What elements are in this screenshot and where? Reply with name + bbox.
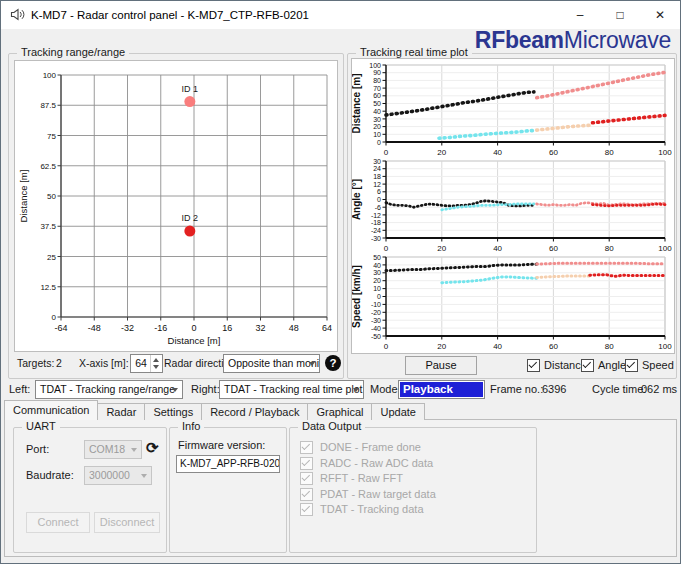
svg-text:37.5: 37.5	[40, 222, 56, 231]
tab-settings[interactable]: Settings	[144, 403, 202, 420]
connect-button: Connect	[26, 512, 90, 533]
maximize-button[interactable]: □	[600, 1, 640, 29]
tab-radar[interactable]: Radar	[97, 403, 145, 420]
svg-text:6: 6	[377, 188, 381, 195]
x-axis-spinner[interactable]: 64	[130, 354, 163, 373]
minimize-button[interactable]: –	[560, 1, 600, 29]
tracking-range-chart: -64-48-32-16016324864012.52537.55062.575…	[14, 60, 338, 352]
svg-text:10: 10	[373, 285, 381, 292]
left-plot-label: Left:	[9, 380, 30, 399]
svg-text:32: 32	[255, 323, 265, 333]
svg-text:-18: -18	[371, 219, 381, 226]
svg-text:30: 30	[373, 158, 381, 165]
svg-text:-30: -30	[371, 317, 381, 324]
titlebar: K-MD7 - Radar control panel - K-MD7_CTP-…	[1, 1, 680, 29]
spinner-down-icon[interactable]	[153, 365, 159, 369]
svg-text:20: 20	[437, 244, 446, 251]
svg-text:48: 48	[289, 323, 299, 333]
right-plot-dropdown-value: TDAT - Tracking real time plot	[224, 383, 362, 395]
left-plot-dropdown-value: TDAT - Tracking range/range	[40, 383, 175, 395]
help-icon[interactable]: ?	[325, 355, 341, 371]
svg-text:62.5: 62.5	[40, 162, 56, 171]
window-title: K-MD7 - Radar control panel - K-MD7_CTP-…	[31, 1, 309, 29]
frame-no-value: 6396	[542, 380, 566, 399]
baudrate-dropdown-value: 3000000	[89, 469, 130, 481]
firmware-version-field[interactable]: K-MD7_APP-RFB-0201	[176, 455, 280, 473]
svg-text:20: 20	[373, 123, 381, 130]
pause-button[interactable]: Pause	[405, 356, 477, 375]
svg-text:100: 100	[658, 244, 672, 251]
targets-label: Targets:	[17, 354, 54, 373]
svg-text:Distance [m]: Distance [m]	[352, 73, 362, 133]
svg-text:50: 50	[373, 100, 381, 107]
svg-text:-10: -10	[371, 301, 381, 308]
chevron-down-icon	[309, 362, 315, 366]
chevron-down-icon	[141, 474, 147, 478]
speed-checkbox[interactable]	[625, 359, 638, 372]
pdat-checkbox	[300, 488, 313, 501]
left-plot-dropdown[interactable]: TDAT - Tracking range/range	[35, 380, 183, 399]
close-button[interactable]: ✕	[640, 1, 680, 29]
svg-text:60: 60	[549, 148, 558, 155]
svg-text:80: 80	[605, 342, 614, 349]
svg-text:40: 40	[373, 108, 381, 115]
distance-checkbox[interactable]	[527, 359, 540, 372]
port-label: Port:	[26, 440, 49, 459]
svg-text:-32: -32	[121, 323, 134, 333]
x-axis-spinner-value: 64	[131, 355, 151, 372]
tab-update[interactable]: Update	[371, 403, 424, 420]
spinner-arrows[interactable]	[150, 355, 162, 372]
tab-record-playback[interactable]: Record / Playback	[201, 403, 308, 420]
svg-text:-50: -50	[371, 333, 381, 340]
svg-text:40: 40	[373, 262, 381, 269]
svg-text:30: 30	[373, 116, 381, 123]
angle-checkbox[interactable]	[581, 359, 594, 372]
svg-text:0: 0	[191, 323, 196, 333]
radar-direction-dropdown[interactable]: Opposite than monito	[223, 354, 320, 373]
svg-text:0: 0	[377, 196, 381, 203]
data-output-group: Data Output DONE - Frame done RADC - Raw…	[289, 427, 537, 553]
svg-text:ID 2: ID 2	[182, 213, 199, 223]
svg-text:60: 60	[373, 92, 381, 99]
svg-text:0: 0	[384, 342, 389, 349]
real-time-plot-group: Tracking real time plot 0204060801000102…	[347, 53, 677, 379]
svg-text:12.5: 12.5	[40, 283, 56, 292]
svg-text:100: 100	[658, 342, 672, 349]
svg-text:-64: -64	[54, 323, 67, 333]
mode-field-value: Playback	[400, 382, 483, 397]
radc-checkbox	[300, 457, 313, 470]
cycle-time-label: Cycle time:	[592, 380, 646, 399]
tab-graphical[interactable]: Graphical	[307, 403, 372, 420]
chevron-down-icon	[172, 388, 178, 392]
right-plot-dropdown[interactable]: TDAT - Tracking real time plot	[219, 380, 364, 399]
svg-text:-24: -24	[371, 227, 381, 234]
svg-text:25: 25	[47, 253, 56, 262]
svg-text:20: 20	[437, 342, 446, 349]
svg-text:80: 80	[373, 77, 381, 84]
rfft-checkbox-label: RFFT - Raw FFT	[320, 472, 403, 485]
info-group: Info Firmware version: K-MD7_APP-RFB-020…	[169, 427, 287, 553]
targets-value: 2	[56, 354, 62, 373]
window-controls: – □ ✕	[560, 1, 680, 29]
frame-no-label: Frame no.:	[490, 380, 543, 399]
spinner-up-icon[interactable]	[153, 358, 159, 362]
tab-communication[interactable]: Communication	[4, 400, 98, 420]
pdat-checkbox-label: PDAT - Raw target data	[320, 488, 436, 501]
info-group-label: Info	[178, 420, 204, 432]
svg-text:90: 90	[373, 69, 381, 76]
svg-text:0: 0	[384, 244, 389, 251]
speed-time-chart: 020406080100-50-40-30-20-1001020304050Sp…	[352, 253, 672, 349]
svg-text:40: 40	[493, 244, 502, 251]
refresh-ports-icon[interactable]: ⟳	[146, 439, 159, 457]
svg-text:Angle [°]: Angle [°]	[352, 179, 362, 220]
svg-text:-6: -6	[375, 204, 381, 211]
data-output-group-label: Data Output	[298, 420, 365, 432]
disconnect-button: Disconnect	[94, 512, 160, 533]
tdat-checkbox	[300, 503, 313, 516]
real-time-plot-group-label: Tracking real time plot	[356, 46, 472, 58]
svg-text:24: 24	[373, 165, 381, 172]
mode-field[interactable]: Playback	[398, 380, 485, 399]
app-window: K-MD7 - Radar control panel - K-MD7_CTP-…	[0, 0, 681, 564]
svg-text:50: 50	[373, 254, 381, 261]
svg-text:40: 40	[493, 148, 502, 155]
